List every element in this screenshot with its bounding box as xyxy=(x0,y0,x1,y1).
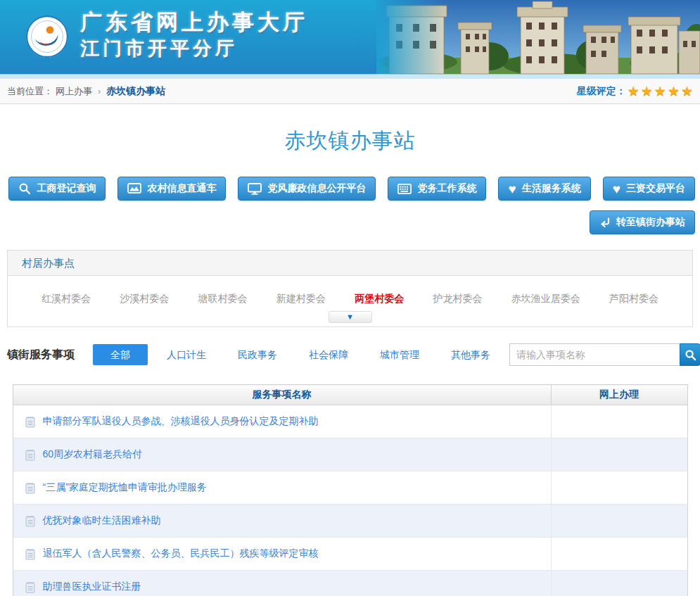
breadcrumb-link-online-services[interactable]: 网上办事 xyxy=(56,85,92,98)
table-row: 60周岁农村籍老兵给付 xyxy=(13,438,687,471)
star-icon[interactable]: ★ xyxy=(668,84,680,98)
table-row: 助理兽医执业证书注册 xyxy=(13,571,687,596)
button-label: 工商登记查询 xyxy=(37,182,96,195)
village-link-hulong[interactable]: 护龙村委会 xyxy=(433,293,482,305)
document-icon xyxy=(25,548,35,560)
site-title-line2: 江门市开平分厅 xyxy=(80,36,308,61)
service-link[interactable]: “三属”家庭定期抚恤申请审批办理服务 xyxy=(43,481,207,494)
service-link[interactable]: 60周岁农村籍老兵给付 xyxy=(43,448,143,461)
button-label: 生活服务系统 xyxy=(522,182,581,195)
button-rural-info-express[interactable]: 农村信息直通车 xyxy=(117,177,226,201)
site-logo[interactable] xyxy=(25,15,69,58)
document-icon xyxy=(25,482,35,494)
breadcrumb-bar: 当前位置： 网上办事 › 赤坎镇办事站 星级评定： ★ ★ ★ ★ ★ xyxy=(0,79,700,104)
site-title-line1: 广东省网上办事大厅 xyxy=(80,9,308,36)
breadcrumb-prefix: 当前位置： xyxy=(7,85,53,98)
village-link-liangbao[interactable]: 两堡村委会 xyxy=(355,293,404,305)
tab-civil-affairs[interactable]: 民政事务 xyxy=(225,344,290,365)
village-panel-title: 村居办事点 xyxy=(8,251,692,276)
star-icon[interactable]: ★ xyxy=(654,84,666,98)
button-life-service-system[interactable]: ♥ 生活服务系统 xyxy=(498,177,590,201)
star-icon[interactable]: ★ xyxy=(681,84,693,98)
village-panel-body: 红溪村委会 沙溪村委会 塘联村委会 新建村委会 两堡村委会 护龙村委会 赤坎渔业… xyxy=(8,276,692,326)
button-business-registration-search[interactable]: 工商登记查询 xyxy=(8,177,106,201)
search-icon xyxy=(685,349,696,361)
document-icon xyxy=(25,416,35,428)
keyboard-icon xyxy=(397,184,412,194)
heart-icon: ♥ xyxy=(613,182,621,196)
services-section-title: 镇街服务事项 xyxy=(7,348,75,362)
search-icon xyxy=(18,182,31,195)
star-icon[interactable]: ★ xyxy=(641,84,653,98)
table-row: “三属”家庭定期抚恤申请审批办理服务 xyxy=(13,471,687,505)
heart-icon: ♥ xyxy=(508,182,516,196)
village-offices-panel: 村居办事点 红溪村委会 沙溪村委会 塘联村委会 新建村委会 两堡村委会 护龙村委… xyxy=(7,250,693,327)
star-icon[interactable]: ★ xyxy=(628,84,639,98)
tab-social-security[interactable]: 社会保障 xyxy=(296,344,361,365)
quick-links-row: 人社服务平台 工商登记查询 农村信息直通车 党风廉政信息公开平台 党务工作系统 … xyxy=(0,177,695,201)
button-party-integrity-info-platform[interactable]: 党风廉政信息公开平台 xyxy=(238,177,376,201)
transfer-row: 转至镇街办事站 xyxy=(0,210,695,234)
search-button[interactable] xyxy=(680,343,700,366)
header-bottom-strip xyxy=(0,74,700,79)
diaolou-towers-photo xyxy=(376,0,700,74)
table-header-row: 服务事项名称 网上办理 xyxy=(13,385,687,405)
service-link[interactable]: 优抚对象临时生活困难补助 xyxy=(43,514,161,527)
button-label: 三资交易平台 xyxy=(626,182,685,195)
table-row: 申请部分军队退役人员参战、涉核退役人员身份认定及定期补助 xyxy=(13,405,687,438)
document-icon xyxy=(25,581,35,593)
service-searchbox xyxy=(509,343,700,366)
button-party-affairs-system[interactable]: 党务工作系统 xyxy=(388,177,486,201)
column-header-online-handling: 网上办理 xyxy=(551,385,687,405)
star-rating: 星级评定： ★ ★ ★ ★ ★ xyxy=(577,84,693,98)
service-search-input[interactable] xyxy=(509,343,680,366)
services-table: 服务事项名称 网上办理 申请部分军队退役人员参战、涉核退役人员身份认定及定期补助… xyxy=(13,384,688,596)
rating-label: 星级评定： xyxy=(577,85,626,98)
tab-city-management[interactable]: 城市管理 xyxy=(367,344,432,365)
button-label: 党风廉政信息公开平台 xyxy=(267,182,366,195)
button-goto-town-station[interactable]: 转至镇街办事站 xyxy=(590,210,695,234)
button-label: 农村信息直通车 xyxy=(147,182,216,195)
services-filter-row: 镇街服务事项 全部 人口计生 民政事务 社会保障 城市管理 其他事务 xyxy=(7,339,693,370)
breadcrumb-separator-icon: › xyxy=(98,86,101,96)
category-tabs: 全部 人口计生 民政事务 社会保障 城市管理 其他事务 xyxy=(93,344,509,365)
service-link[interactable]: 退伍军人（含人民警察、公务员、民兵民工）残疾等级评定审核 xyxy=(43,547,319,560)
site-header: 广东省网上办事大厅 江门市开平分厅 xyxy=(0,0,700,79)
service-link[interactable]: 申请部分军队退役人员参战、涉核退役人员身份认定及定期补助 xyxy=(43,415,319,428)
button-label: 党务工作系统 xyxy=(417,182,476,195)
picture-mountain-icon xyxy=(127,183,141,194)
return-arrow-icon xyxy=(599,217,611,228)
breadcrumb-current: 赤坎镇办事站 xyxy=(106,85,165,98)
button-three-assets-trading-platform[interactable]: ♥ 三资交易平台 xyxy=(603,177,695,201)
button-label: 转至镇街办事站 xyxy=(616,216,685,229)
village-link-tanglian[interactable]: 塘联村委会 xyxy=(198,293,248,305)
page-title: 赤坎镇办事站 xyxy=(0,127,700,156)
document-icon xyxy=(25,515,35,527)
document-icon xyxy=(25,449,35,461)
village-link-shaxi[interactable]: 沙溪村委会 xyxy=(120,293,169,305)
chevron-down-icon: ▼ xyxy=(346,313,354,321)
table-row: 退伍军人（含人民警察、公务员、民兵民工）残疾等级评定审核 xyxy=(13,538,687,571)
column-header-service-name: 服务事项名称 xyxy=(13,385,551,405)
village-list: 红溪村委会 沙溪村委会 塘联村委会 新建村委会 两堡村委会 护龙村委会 赤坎渔业… xyxy=(42,293,658,305)
table-row: 优抚对象临时生活困难补助 xyxy=(13,505,687,538)
village-link-xinjian[interactable]: 新建村委会 xyxy=(276,293,326,305)
service-link[interactable]: 助理兽医执业证书注册 xyxy=(43,581,141,593)
village-link-chikan-yuye[interactable]: 赤坎渔业居委会 xyxy=(511,293,580,305)
expand-village-list-button[interactable]: ▼ xyxy=(329,311,372,323)
tab-population-family-planning[interactable]: 人口计生 xyxy=(154,344,219,365)
village-link-hongxi[interactable]: 红溪村委会 xyxy=(42,293,91,305)
village-link-luyang[interactable]: 芦阳村委会 xyxy=(609,293,658,305)
tab-all[interactable]: 全部 xyxy=(93,344,148,365)
monitor-icon xyxy=(248,183,262,195)
tab-other-affairs[interactable]: 其他事务 xyxy=(438,344,503,365)
